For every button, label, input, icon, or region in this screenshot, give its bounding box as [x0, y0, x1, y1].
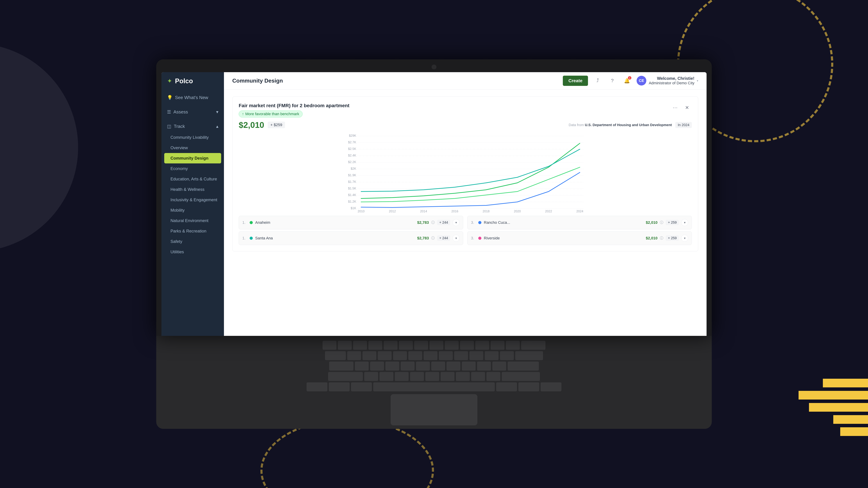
svg-text:$1.5K: $1.5K [348, 187, 356, 190]
key [491, 341, 504, 350]
key [506, 341, 520, 350]
chart-close-button[interactable]: ✕ [682, 103, 692, 112]
notifications-button[interactable]: 🔔 1 [622, 76, 632, 86]
key [456, 372, 470, 381]
key [485, 351, 499, 360]
right-rows: 3. Rancho Cuca... $2,010 ⓘ + 259 ▾ [467, 216, 692, 245]
info-icon-santa-ana[interactable]: ⓘ [431, 236, 435, 240]
info-icon-rancho[interactable]: ⓘ [660, 220, 663, 225]
sidebar-section-track: ◫ Track ▴ Community Livability Overview … [161, 121, 224, 257]
key [460, 341, 474, 350]
key [518, 382, 539, 391]
deco-bar-4 [833, 415, 868, 424]
assess-header[interactable]: ☰ Assess ▾ [161, 106, 224, 118]
chart-card-actions: ⋯ ✕ [670, 103, 692, 112]
chevron-rancho[interactable]: ▾ [681, 219, 688, 226]
key [521, 341, 546, 350]
sidebar-item-safety[interactable]: Safety [161, 236, 224, 247]
keyboard-row-3 [167, 361, 701, 370]
city-name-anaheim: Anaheim [255, 220, 415, 225]
screen: ✦ Polco 💡 See What's New ☰ Assess ▾ [161, 72, 707, 336]
key [441, 372, 455, 381]
svg-text:$29K: $29K [349, 134, 356, 137]
camera-bar [161, 65, 707, 69]
webcam [432, 65, 436, 69]
svg-text:2012: 2012 [389, 209, 396, 212]
city-value-santa-ana: $2,783 [417, 236, 429, 240]
sidebar-item-mobility[interactable]: Mobility [161, 205, 224, 216]
help-button[interactable]: ? [608, 76, 617, 86]
more-icon: ⋯ [673, 105, 678, 110]
chart-data-source: Data from U.S. Department of Housing and… [482, 123, 672, 127]
sidebar-item-education-arts-culture[interactable]: Education, Arts & Culture [161, 174, 224, 184]
sidebar-item-economy[interactable]: Economy [161, 163, 224, 174]
user-dropdown-icon[interactable]: ▾ [697, 79, 698, 83]
city-value-rancho: $2,010 [646, 220, 657, 225]
chart-year-badge: In 2024 [675, 122, 692, 128]
dot-riverside [478, 237, 482, 240]
key [475, 341, 489, 350]
key [439, 351, 453, 360]
chevron-riverside[interactable]: ▾ [681, 235, 688, 242]
key [329, 361, 353, 370]
key [328, 372, 363, 381]
main-content: Community Design Create ⤴ ? 🔔 1 [224, 72, 707, 336]
key [393, 351, 407, 360]
create-button[interactable]: Create [563, 76, 588, 86]
sidebar-item-health-wellness[interactable]: Health & Wellness [161, 184, 224, 195]
key [347, 351, 361, 360]
key [351, 382, 372, 391]
track-header[interactable]: ◫ Track ▴ [161, 121, 224, 132]
keyboard-row-5 [167, 382, 701, 391]
sidebar-item-overview[interactable]: Overview [161, 142, 224, 153]
chart-more-button[interactable]: ⋯ [670, 103, 680, 112]
key [325, 351, 346, 360]
sidebar-item-parks-recreation[interactable]: Parks & Recreation [161, 226, 224, 236]
keyboard-area [156, 336, 712, 429]
svg-text:2010: 2010 [358, 209, 365, 212]
chart-value-row: $2,010 + $259 Data from U.S. Department … [239, 120, 692, 130]
delta-anaheim: + 244 [437, 220, 450, 225]
info-icon-riverside[interactable]: ⓘ [660, 236, 663, 240]
key [399, 341, 413, 350]
key [502, 372, 540, 381]
svg-text:2018: 2018 [483, 209, 490, 212]
key [469, 351, 483, 360]
chevron-santa-ana[interactable]: ▾ [453, 235, 460, 242]
deco-bar-1 [823, 379, 868, 387]
key [410, 372, 424, 381]
svg-text:$2.5K: $2.5K [348, 147, 356, 151]
sidebar-item-natural-environment[interactable]: Natural Environment [161, 216, 224, 226]
share-button[interactable]: ⤴ [593, 76, 602, 86]
sidebar-item-inclusivity-engagement[interactable]: Inclusivity & Engagement [161, 195, 224, 205]
chevron-anaheim[interactable]: ▾ [453, 219, 460, 226]
rank-3: 3. [471, 220, 476, 225]
info-icon-anaheim[interactable]: ⓘ [431, 220, 435, 225]
key [408, 351, 422, 360]
chart-card-header: Fair market rent (FMR) for 2 bedroom apa… [239, 103, 692, 118]
deco-bars-right [799, 379, 868, 436]
sidebar-see-whats-new[interactable]: 💡 See What's New [161, 92, 224, 103]
delta-rancho: + 259 [666, 220, 679, 225]
sidebar-item-community-design[interactable]: Community Design [164, 153, 221, 163]
chart-title-area: Fair market rent (FMR) for 2 bedroom apa… [239, 103, 349, 118]
key [454, 351, 468, 360]
key [355, 361, 369, 370]
user-avatar[interactable]: CE [637, 76, 646, 86]
key [540, 382, 561, 391]
sidebar-item-utilities[interactable]: Utilities [161, 247, 224, 257]
deco-bar-2 [799, 391, 868, 399]
svg-text:$2K: $2K [351, 167, 356, 170]
city-value-riverside: $2,010 [646, 236, 657, 240]
city-value-anaheim: $2,783 [417, 220, 429, 225]
favorable-badge: ↑ More favorable than benchmark [239, 110, 303, 118]
welcome-text: Welcome, Christie! Administrator of Demo… [649, 76, 694, 85]
key [496, 382, 517, 391]
sidebar-item-community-livability[interactable]: Community Livability [161, 132, 224, 142]
polco-logo-icon: ✦ [167, 77, 172, 85]
key [401, 361, 414, 370]
key [515, 351, 543, 360]
svg-text:2024: 2024 [576, 209, 583, 212]
key [462, 361, 476, 370]
key [492, 361, 506, 370]
